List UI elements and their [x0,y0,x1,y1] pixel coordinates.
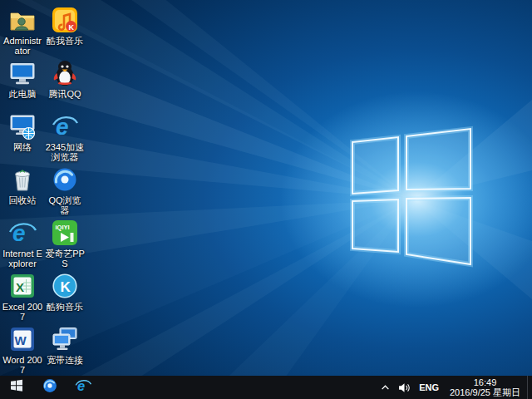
desktop: AdministratorK酷我音乐此电脑腾讯QQ网络e2345加速浏览器回收站… [0,0,532,376]
taskbar: e ENG 16:49 2016/9/25 星期日 [0,376,532,399]
desktop-icon-administrator[interactable]: Administrator [2,3,43,57]
recycle-bin-icon [8,165,37,194]
excel-icon: X [8,272,37,300]
show-desktop-button[interactable] [527,376,532,399]
desktop-icon-label: 酷我音乐 [47,36,83,46]
computer-icon [8,59,37,87]
desktop-icon-label: 2345加速浏览器 [44,142,86,162]
desktop-icon-grid: AdministratorK酷我音乐此电脑腾讯QQ网络e2345加速浏览器回收站… [2,3,86,376]
chevron-up-icon [381,383,390,392]
qq-browser-icon [42,377,58,397]
svg-text:W: W [15,333,27,347]
iqiyi-icon: iQIYI [51,219,79,247]
kuwo-music-icon: K [51,6,79,34]
desktop-icon-label: Excel 2007 [2,302,43,322]
windows-start-icon [10,379,23,396]
desktop-icon-label: Administrator [2,36,43,56]
desktop-icon-label: 宽带连接 [47,355,83,365]
broadband-icon [51,325,79,353]
desktop-icon-broadband[interactable]: 宽带连接 [44,323,86,376]
desktop-icon-qq-browser[interactable]: QQ浏览器 [44,163,86,216]
system-tray: ENG 16:49 2016/9/25 星期日 [377,376,532,399]
desktop-icon-2345-browser[interactable]: e2345加速浏览器 [44,110,86,163]
desktop-icon-excel-2007[interactable]: XExcel 2007 [2,269,43,323]
desktop-icon-iqiyi-pps[interactable]: iQIYI爱奇艺PPS [44,216,86,269]
taskbar-button-qq-browser-task[interactable] [33,376,66,399]
svg-text:K: K [61,279,71,295]
browser-e-icon: e [51,112,79,140]
svg-text:iQIYI: iQIYI [56,224,70,231]
desktop-icon-network[interactable]: 网络 [2,110,43,163]
desktop-icon-kuwo-music[interactable]: K酷我音乐 [44,3,86,57]
desktop-icon-kugou-music[interactable]: K酷狗音乐 [44,269,86,323]
desktop-icon-label: 此电脑 [9,89,37,99]
desktop-icon-label: 腾讯QQ [48,89,81,99]
desktop-icon-label: 爱奇艺PPS [44,249,86,268]
desktop-icon-tencent-qq[interactable]: 腾讯QQ [44,57,86,110]
desktop-icon-label: 酷狗音乐 [47,302,83,312]
clock-date: 2016/9/25 星期日 [450,387,520,397]
ie-icon: e [8,219,37,247]
start-button[interactable] [0,376,33,399]
clock-time: 16:49 [474,377,497,387]
svg-text:K: K [69,23,75,32]
speaker-icon [398,382,411,393]
taskbar-buttons: e [0,376,100,399]
network-icon [8,112,37,140]
desktop-icon-label: 网络 [13,142,32,152]
desktop-icon-label: 回收站 [9,195,37,205]
desktop-icon-label: QQ浏览器 [44,195,86,215]
desktop-icon-this-pc[interactable]: 此电脑 [2,57,43,110]
svg-text:X: X [16,280,24,294]
word-icon: W [8,325,37,353]
tray-show-hidden-icons-button[interactable] [377,376,394,399]
desktop-icon-word-2007[interactable]: WWord 2007 [2,323,43,376]
taskbar-button-ie-task[interactable]: e [66,376,100,399]
user-folder-icon [8,6,37,34]
tray-volume-button[interactable] [394,376,415,399]
qq-browser-icon [51,165,79,194]
desktop-icon-label: Word 2007 [2,355,43,375]
ie-icon: e [75,377,91,397]
desktop-icon-recycle-bin[interactable]: 回收站 [2,163,43,216]
qq-penguin-icon [51,59,79,87]
tray-language-indicator[interactable]: ENG [415,376,443,399]
desktop-icon-label: Internet Explorer [2,249,43,268]
tray-clock[interactable]: 16:49 2016/9/25 星期日 [443,376,527,399]
desktop-icon-internet-explorer[interactable]: eInternet Explorer [2,216,43,269]
kugou-icon: K [51,272,79,300]
